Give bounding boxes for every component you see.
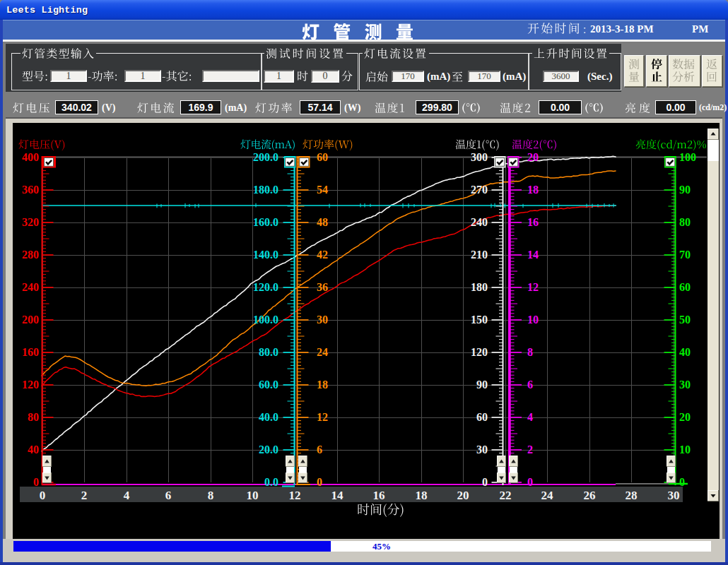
svg-text:42: 42 xyxy=(317,249,328,261)
svg-text:210: 210 xyxy=(471,249,488,261)
svg-text:80: 80 xyxy=(28,411,39,423)
svg-text:12: 12 xyxy=(527,281,539,293)
svg-text:100.0: 100.0 xyxy=(253,314,278,326)
svg-text:24: 24 xyxy=(541,489,554,502)
svg-text:360: 360 xyxy=(22,184,39,196)
svg-text:0: 0 xyxy=(33,476,39,488)
svg-text:90: 90 xyxy=(476,379,488,391)
svg-text:24: 24 xyxy=(317,346,328,358)
svg-text:48: 48 xyxy=(317,216,328,228)
svg-text:30: 30 xyxy=(679,379,691,391)
svg-text:22: 22 xyxy=(500,489,512,502)
svg-text:300: 300 xyxy=(471,151,488,163)
svg-text:60: 60 xyxy=(317,151,328,163)
svg-text:200.0: 200.0 xyxy=(253,151,278,163)
svg-text:90: 90 xyxy=(679,184,691,196)
svg-text:60.0: 60.0 xyxy=(259,379,278,391)
svg-text:4: 4 xyxy=(527,411,533,423)
svg-text:8: 8 xyxy=(527,346,533,358)
svg-text:70: 70 xyxy=(679,249,691,261)
svg-text:50: 50 xyxy=(679,314,691,326)
svg-text:0: 0 xyxy=(40,489,46,502)
svg-text:60: 60 xyxy=(476,411,488,423)
svg-text:16: 16 xyxy=(527,216,539,228)
svg-text:30: 30 xyxy=(668,489,680,502)
svg-text:6: 6 xyxy=(317,444,322,456)
svg-text:400: 400 xyxy=(22,151,39,163)
svg-text:14: 14 xyxy=(527,249,539,261)
svg-text:40: 40 xyxy=(679,346,691,358)
svg-text:40: 40 xyxy=(28,444,39,456)
svg-text:28: 28 xyxy=(626,489,638,502)
svg-text:80.0: 80.0 xyxy=(259,346,278,358)
svg-text:12: 12 xyxy=(289,489,301,502)
svg-text:18: 18 xyxy=(416,489,428,502)
svg-text:8: 8 xyxy=(208,489,214,502)
svg-text:10: 10 xyxy=(247,489,259,502)
svg-text:20: 20 xyxy=(527,151,539,163)
svg-text:120.0: 120.0 xyxy=(253,281,278,293)
svg-text:4: 4 xyxy=(124,489,130,502)
svg-text:180: 180 xyxy=(471,281,488,293)
svg-text:6: 6 xyxy=(165,489,172,502)
svg-text:200: 200 xyxy=(22,314,39,326)
svg-text:160: 160 xyxy=(22,346,39,358)
svg-text:36: 36 xyxy=(317,281,328,293)
svg-text:12: 12 xyxy=(317,411,328,423)
svg-text:0.0: 0.0 xyxy=(264,476,278,488)
svg-text:180.0: 180.0 xyxy=(253,184,278,196)
svg-text:2: 2 xyxy=(527,444,533,456)
svg-text:10: 10 xyxy=(527,314,539,326)
svg-text:6: 6 xyxy=(527,379,533,391)
svg-text:140.0: 140.0 xyxy=(253,249,278,261)
svg-text:2: 2 xyxy=(81,489,88,502)
svg-text:30: 30 xyxy=(476,444,488,456)
svg-text:160.0: 160.0 xyxy=(253,216,278,228)
svg-text:16: 16 xyxy=(373,489,385,502)
svg-text:0: 0 xyxy=(317,476,322,488)
svg-text:18: 18 xyxy=(527,184,539,196)
svg-text:20.0: 20.0 xyxy=(259,444,278,456)
svg-text:54: 54 xyxy=(317,184,328,196)
svg-text:270: 270 xyxy=(471,184,488,196)
svg-text:0: 0 xyxy=(482,476,488,488)
svg-text:120: 120 xyxy=(471,346,488,358)
svg-text:18: 18 xyxy=(317,379,328,391)
svg-text:80: 80 xyxy=(679,216,691,228)
svg-text:14: 14 xyxy=(331,489,344,502)
svg-text:40.0: 40.0 xyxy=(259,411,278,423)
svg-text:0: 0 xyxy=(679,476,685,488)
svg-text:60: 60 xyxy=(679,281,691,293)
svg-text:120: 120 xyxy=(22,379,39,391)
svg-text:150: 150 xyxy=(471,314,488,326)
svg-text:10: 10 xyxy=(679,444,691,456)
svg-text:20: 20 xyxy=(679,411,691,423)
svg-text:240: 240 xyxy=(22,281,39,293)
svg-text:26: 26 xyxy=(584,489,596,502)
svg-text:280: 280 xyxy=(22,249,39,261)
svg-text:0: 0 xyxy=(527,476,533,488)
svg-text:20: 20 xyxy=(457,489,469,502)
svg-text:30: 30 xyxy=(317,314,328,326)
svg-text:100: 100 xyxy=(679,151,696,163)
svg-text:240: 240 xyxy=(471,216,488,228)
svg-text:320: 320 xyxy=(22,216,39,228)
